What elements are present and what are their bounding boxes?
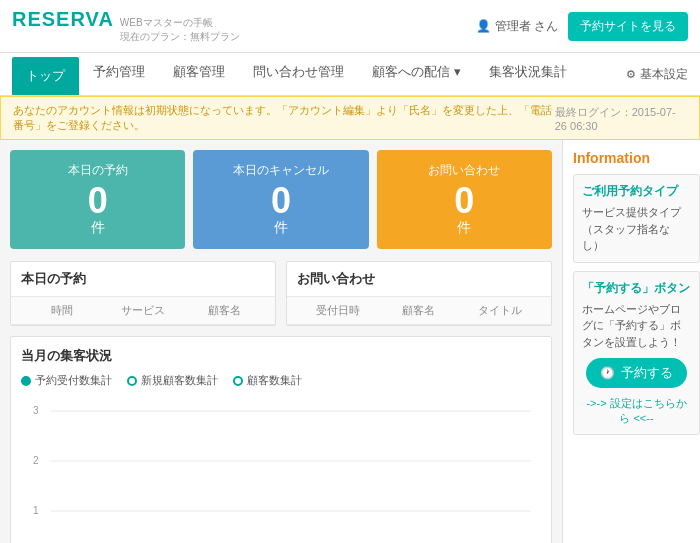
person-icon: 👤	[476, 19, 491, 33]
legend-item-2: 顧客数集計	[233, 373, 302, 388]
settings-label: 基本設定	[640, 66, 688, 83]
header-right: 👤 管理者 さん 予約サイトを見る	[476, 12, 688, 41]
admin-label: 管理者 さん	[495, 18, 558, 35]
sidebar-box-text-1: サービス提供タイプ（スタッフ指名なし）	[582, 204, 691, 254]
stat-count-1: 0	[203, 183, 358, 219]
subtitle-line1: WEBマスターの手帳	[120, 16, 240, 30]
header-left: RESERVA WEBマスターの手帳 現在のプラン：無料プラン	[12, 8, 240, 44]
stat-count-0: 0	[20, 183, 175, 219]
stat-label-1: 本日のキャンセル	[203, 162, 358, 179]
legend-label-0: 予約受付数集計	[35, 373, 112, 388]
stats-row: 本日の予約 0 件 本日のキャンセル 0 件 お問い合わせ 0 件	[10, 150, 552, 249]
sidebar-box-reservation-type: ご利用予約タイプ サービス提供タイプ（スタッフ指名なし）	[573, 174, 700, 263]
legend-item-0: 予約受付数集計	[21, 373, 112, 388]
inquiries-header: 受付日時 顧客名 タイトル	[287, 297, 551, 325]
today-reservations-section: 本日の予約 時間 サービス 顧客名	[10, 261, 276, 326]
last-login: 最終ログイン：2015-07-26 06:30	[555, 105, 687, 132]
alert-bar: あなたのアカウント情報は初期状態になっています。「アカウント編集」より「氏名」を…	[0, 96, 700, 140]
chart-container: 3 2 1 0	[21, 396, 541, 543]
nav-item-customers[interactable]: 顧客管理	[159, 53, 239, 95]
main-layout: 本日の予約 0 件 本日のキャンセル 0 件 お問い合わせ 0 件 本日の予約 …	[0, 140, 700, 543]
chart-svg: 3 2 1 0	[21, 396, 541, 543]
subtitle-line2: 現在のプラン：無料プラン	[120, 30, 240, 44]
sidebar-heading: Information	[573, 150, 700, 166]
chart-section: 当月の集客状況 予約受付数集計 新規顧客数集計 顧客数集計 3	[10, 336, 552, 543]
yoyaku-btn-label: 予約する	[621, 364, 673, 382]
nav-item-inquiries[interactable]: 問い合わせ管理	[239, 53, 358, 95]
stat-inquiries: お問い合わせ 0 件	[377, 150, 552, 249]
sidebar: Information ご利用予約タイプ サービス提供タイプ（スタッフ指名なし）…	[562, 140, 700, 543]
stat-label-0: 本日の予約	[20, 162, 175, 179]
sidebar-box-text-2: ホームページやブログに「予約する」ボタンを設置しよう！	[582, 301, 691, 351]
col-service: サービス	[102, 303, 183, 318]
legend-item-1: 新規顧客数集計	[127, 373, 218, 388]
header-subtitle-block: WEBマスターの手帳 現在のプラン：無料プラン	[120, 16, 240, 44]
admin-user: 👤 管理者 さん	[476, 18, 558, 35]
col-customer-inq: 顧客名	[378, 303, 459, 318]
col-time: 時間	[21, 303, 102, 318]
sidebar-box-title-1: ご利用予約タイプ	[582, 183, 691, 200]
visit-site-button[interactable]: 予約サイトを見る	[568, 12, 688, 41]
stat-today-cancels: 本日のキャンセル 0 件	[193, 150, 368, 249]
stat-unit-2: 件	[387, 219, 542, 237]
nav-left: トップ 予約管理 顧客管理 問い合わせ管理 顧客への配信 ▾ 集客状況集計	[12, 53, 581, 95]
stat-unit-0: 件	[20, 219, 175, 237]
main-content: 本日の予約 0 件 本日のキャンセル 0 件 お問い合わせ 0 件 本日の予約 …	[0, 140, 562, 543]
yoyaku-button[interactable]: 🕐 予約する	[586, 358, 687, 388]
settings-link[interactable]: ⚙ 基本設定	[626, 66, 688, 83]
col-customer: 顧客名	[184, 303, 265, 318]
legend-radio-empty-2	[233, 376, 243, 386]
col-title: タイトル	[460, 303, 541, 318]
sidebar-box-yoyaku-btn: 「予約する」ボタン ホームページやブログに「予約する」ボタンを設置しよう！ 🕐 …	[573, 271, 700, 436]
logo: RESERVA	[12, 8, 114, 31]
legend-label-1: 新規顧客数集計	[141, 373, 218, 388]
svg-text:3: 3	[33, 405, 39, 416]
stat-count-2: 0	[387, 183, 542, 219]
nav-item-stats[interactable]: 集客状況集計	[475, 53, 581, 95]
svg-text:1: 1	[33, 505, 39, 516]
gear-icon: ⚙	[626, 68, 636, 81]
col-datetime: 受付日時	[297, 303, 378, 318]
nav: トップ 予約管理 顧客管理 問い合わせ管理 顧客への配信 ▾ 集客状況集計 ⚙ …	[0, 53, 700, 96]
sidebar-settings-link[interactable]: ->-> 設定はこちらから <<--	[582, 396, 691, 426]
sidebar-box-title-2: 「予約する」ボタン	[582, 280, 691, 297]
clock-icon: 🕐	[600, 366, 615, 380]
legend-radio-empty-1	[127, 376, 137, 386]
nav-item-broadcast[interactable]: 顧客への配信 ▾	[358, 53, 475, 95]
stat-label-2: お問い合わせ	[387, 162, 542, 179]
inquiries-section: お問い合わせ 受付日時 顧客名 タイトル	[286, 261, 552, 326]
chart-title: 当月の集客状況	[21, 347, 541, 365]
nav-item-reservations[interactable]: 予約管理	[79, 53, 159, 95]
two-col-section: 本日の予約 時間 サービス 顧客名 お問い合わせ 受付日時 顧客名 タイトル	[10, 261, 552, 326]
chart-legend: 予約受付数集計 新規顧客数集計 顧客数集計	[21, 373, 541, 388]
sidebar-info-section: Information ご利用予約タイプ サービス提供タイプ（スタッフ指名なし）…	[573, 150, 700, 435]
today-reservations-title: 本日の予約	[11, 262, 275, 297]
legend-radio-filled	[21, 376, 31, 386]
stat-today-reservations: 本日の予約 0 件	[10, 150, 185, 249]
nav-item-top[interactable]: トップ	[12, 57, 79, 95]
sidebar-btn-container: 🕐 予約する	[582, 358, 691, 388]
legend-label-2: 顧客数集計	[247, 373, 302, 388]
inquiries-title: お問い合わせ	[287, 262, 551, 297]
header: RESERVA WEBマスターの手帳 現在のプラン：無料プラン 👤 管理者 さん…	[0, 0, 700, 53]
today-reservations-header: 時間 サービス 顧客名	[11, 297, 275, 325]
svg-text:2: 2	[33, 455, 39, 466]
alert-message: あなたのアカウント情報は初期状態になっています。「アカウント編集」より「氏名」を…	[13, 103, 555, 133]
stat-unit-1: 件	[203, 219, 358, 237]
